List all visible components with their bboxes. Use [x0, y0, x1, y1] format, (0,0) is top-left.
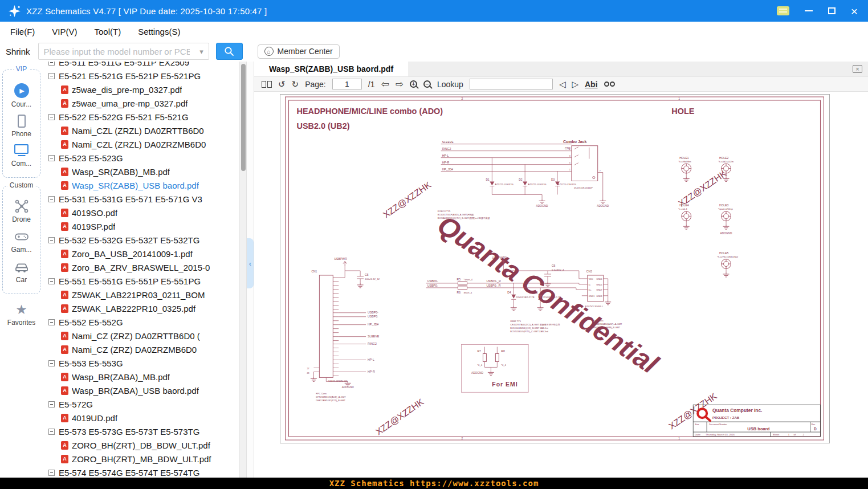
tree-group-row[interactable]: E5-573 E5-573G E5-573T E5-573TG	[43, 425, 239, 438]
tree-file-row[interactable]: Nami_CZ (ZRZ) DA0ZRTTB6D0 (	[43, 329, 239, 343]
app-logo-icon	[8, 5, 21, 18]
prev-page-icon[interactable]	[381, 79, 389, 89]
pdf-canvas[interactable]: 2 1 2 1 Quanta Confidential XZZ@XZZHK XZ…	[254, 92, 868, 478]
tree-group-row[interactable]: E5-511 E5-511G E5-511P EX2509	[43, 62, 239, 69]
text-select-icon[interactable]: Abi	[585, 80, 598, 89]
tree-file-row[interactable]: Z5WAK_LAB221PR03_0211_BOM	[43, 288, 239, 301]
tree-file-row[interactable]: 4019SP.pdf	[43, 219, 239, 233]
shrink-button[interactable]: Shrink	[6, 47, 30, 56]
tree-file-row[interactable]: Wasp_BR(ZABA)_USB baord.pdf	[43, 384, 239, 397]
search-button[interactable]	[216, 43, 243, 60]
rotate-right-icon[interactable]	[292, 80, 299, 88]
sidebar-item-phone[interactable]: Phone	[4, 115, 39, 138]
tree-file-row[interactable]: Wasp_SR(ZABB)_MB.pdf	[43, 165, 239, 178]
tree-item-label: Wasp_SR(ZABB)_USB baord.pdf	[72, 181, 199, 190]
tree-group-row[interactable]: E5-574 E5-574G E5-574T E5-574TG	[43, 466, 239, 478]
find-next-icon[interactable]	[572, 80, 578, 88]
svg-text:HP_JD#: HP_JD#	[368, 323, 378, 326]
menu-vip[interactable]: VIP(V)	[52, 27, 77, 36]
tree-group-row[interactable]: E5-553 E5-553G	[43, 356, 239, 370]
tree-file-row[interactable]: Nami_CZL (ZRZL) DA0ZRTTB6D0	[43, 124, 239, 137]
lookup-input[interactable]	[470, 79, 553, 89]
pdf-file-icon	[61, 140, 68, 149]
close-pane-icon[interactable]	[853, 65, 862, 73]
tree-group-row[interactable]: E5-551 E5-551G E5-551P E5-551PG	[43, 274, 239, 288]
sidebar-item-course[interactable]: Cour...	[4, 83, 39, 108]
tree-group-row[interactable]: E5-523 E5-523G	[43, 151, 239, 165]
svg-text:Date:: Date:	[695, 433, 700, 436]
collapse-minus-icon[interactable]	[48, 470, 55, 476]
sidebar-item-drone[interactable]: Drone	[4, 199, 39, 223]
tree-scrollbar[interactable]	[239, 62, 247, 478]
collapse-minus-icon[interactable]	[48, 114, 55, 120]
sidebar-item-game[interactable]: Gam...	[4, 230, 39, 254]
tree-scrollbar-thumb[interactable]	[241, 64, 246, 171]
collapse-minus-icon[interactable]	[48, 401, 55, 408]
tree-group-row[interactable]: E5-552 E5-552G	[43, 315, 239, 329]
tree-file-row[interactable]: ZORO_BH(ZRT)_DB_BDW_ULT.pdf	[43, 438, 239, 452]
svg-text:51619-0260N-001: 51619-0260N-001	[328, 380, 348, 382]
find-prev-icon[interactable]	[559, 80, 566, 88]
collapse-minus-icon[interactable]	[48, 360, 55, 366]
custom-section: Custom Drone	[2, 186, 40, 294]
rotate-left-icon[interactable]	[278, 80, 286, 88]
svg-text:*short_4: *short_4	[464, 278, 473, 281]
menu-settings[interactable]: Settings(S)	[138, 27, 180, 36]
phone-icon	[18, 115, 26, 128]
tree-file-row[interactable]: Wasp_BR(ZABA)_MB.pdf	[43, 370, 239, 384]
tree-file-row[interactable]: Z5WAK_LAB222PR10_0325.pdf	[43, 301, 239, 315]
tree-file-row[interactable]: z5wae_uma_pre-mp_0327.pdf	[43, 96, 239, 110]
tree-group-row[interactable]: E5-531 E5-531G E5-571 E5-571G V3	[43, 192, 239, 206]
minimize-button[interactable]	[805, 10, 813, 11]
svg-text:ADOGND: ADOGND	[720, 232, 732, 235]
svg-text:BC6031T301F(AND)_A-GMT(HB绿): BC6031T301F(AND)_A-GMT(HB绿)	[438, 213, 475, 216]
member-center-button[interactable]: Member Center	[258, 44, 340, 59]
tree-group-row[interactable]: E5-532 E5-532G E5-532T E5-532TG	[43, 233, 239, 247]
tab-active-document[interactable]: Wasp_SR(ZABB)_USB baord.pdf	[254, 62, 408, 76]
sidebar-item-computer[interactable]: Com...	[4, 144, 39, 168]
tree-group-row[interactable]: E5-521 E5-521G E5-521P E5-521PG	[43, 69, 239, 83]
tree-file-row[interactable]: Zoro_BA_ZRV_BRASWELL_2015-0	[43, 260, 239, 274]
zoom-in-icon[interactable]	[410, 80, 417, 88]
tree-item-label: z5wae_uma_pre-mp_0327.pdf	[72, 99, 188, 108]
collapse-minus-icon[interactable]	[48, 73, 55, 79]
collapse-minus-icon[interactable]	[48, 278, 55, 284]
tree-file-row[interactable]: Nami_CZL (ZRZL) DA0ZRZMB6D0	[43, 137, 239, 151]
zoom-out-icon[interactable]	[423, 80, 431, 88]
menu-file[interactable]: File(F)	[10, 27, 35, 36]
tree-file-row[interactable]: Nami_CZ (ZRZ) DA0ZRZMB6D0	[43, 343, 239, 356]
tree-item-label: E5-532 E5-532G E5-532T E5-532TG	[59, 235, 199, 245]
binoculars-icon[interactable]	[604, 82, 615, 87]
mounting-holes: HOLE1 *h-s98d98m HOLE2 *h-s3d2a102m HOLE…	[678, 156, 738, 277]
model-search-combobox[interactable]	[38, 43, 209, 60]
two-page-view-icon[interactable]	[262, 81, 272, 88]
collapse-minus-icon[interactable]	[48, 319, 55, 325]
collapse-panel-handle[interactable]	[247, 238, 254, 288]
tree-file-row[interactable]: 4019SO.pdf	[43, 206, 239, 219]
next-page-icon[interactable]	[396, 79, 404, 89]
collapse-minus-icon[interactable]	[48, 196, 55, 202]
tree-group-row[interactable]: E5-572G	[43, 397, 239, 411]
model-search-input[interactable]	[39, 47, 195, 56]
tree-file-row[interactable]: z5wae_dis_pre-mp_0327.pdf	[43, 83, 239, 96]
tree-file-row[interactable]: Zoro_BA_USB_20141009-1.pdf	[43, 247, 239, 260]
status-link[interactable]: XZZ Schematics https://www.xzztools.com	[329, 479, 539, 488]
vip-card-icon[interactable]	[777, 6, 789, 15]
collapse-minus-icon[interactable]	[48, 237, 55, 243]
tree-file-row[interactable]: ZORO_BH(ZRT)_MB_BDW_ULT.pdf	[43, 452, 239, 466]
tree-file-row[interactable]: Wasp_SR(ZABB)_USB baord.pdf	[43, 178, 239, 192]
page-input[interactable]	[332, 79, 362, 89]
dropdown-caret-icon[interactable]	[195, 47, 209, 56]
maximize-button[interactable]	[828, 7, 836, 14]
close-button[interactable]	[851, 5, 858, 17]
collapse-minus-icon[interactable]	[48, 62, 55, 66]
schematic-page[interactable]: 2 1 2 1 Quanta Confidential XZZ@XZZHK XZ…	[280, 94, 830, 443]
menu-tool[interactable]: Tool(T)	[95, 27, 121, 36]
tree-group-row[interactable]: E5-522 E5-522G F5-521 F5-521G	[43, 110, 239, 124]
sidebar-item-favorites[interactable]: Favorites	[0, 303, 43, 327]
collapse-minus-icon[interactable]	[48, 429, 55, 435]
svg-text:R5: R5	[457, 278, 461, 281]
sidebar-item-car[interactable]: Car	[4, 260, 39, 284]
tree-file-row[interactable]: 4019UD.pdf	[43, 411, 239, 425]
collapse-minus-icon[interactable]	[48, 155, 55, 161]
